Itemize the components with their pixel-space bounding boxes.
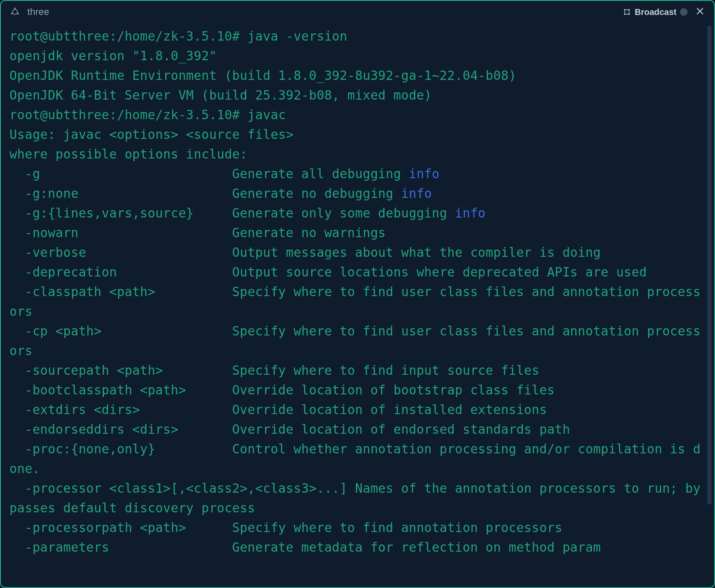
svg-point-1 <box>14 8 16 9</box>
close-button[interactable] <box>695 6 705 18</box>
terminal-window: three Broadcast root@ubtthree:/home/zk-3… <box>0 0 715 588</box>
svg-point-6 <box>624 13 626 15</box>
broadcast-label: Broadcast <box>635 7 677 17</box>
svg-point-4 <box>624 9 626 11</box>
svg-point-2 <box>17 13 19 15</box>
svg-point-3 <box>11 13 12 15</box>
svg-point-5 <box>628 9 630 11</box>
ubuntu-icon <box>10 7 20 17</box>
broadcast-status-dot <box>680 8 688 16</box>
broadcast-button[interactable]: Broadcast <box>623 7 688 17</box>
scrollbar-thumb[interactable] <box>707 26 712 505</box>
terminal-output[interactable]: root@ubtthree:/home/zk-3.5.10# java -ver… <box>9 26 708 584</box>
scrollbar[interactable] <box>707 26 712 583</box>
broadcast-icon <box>623 8 631 16</box>
tab-title: three <box>27 6 49 18</box>
svg-point-7 <box>628 13 630 15</box>
titlebar: three Broadcast <box>1 1 714 23</box>
svg-point-0 <box>12 9 17 14</box>
